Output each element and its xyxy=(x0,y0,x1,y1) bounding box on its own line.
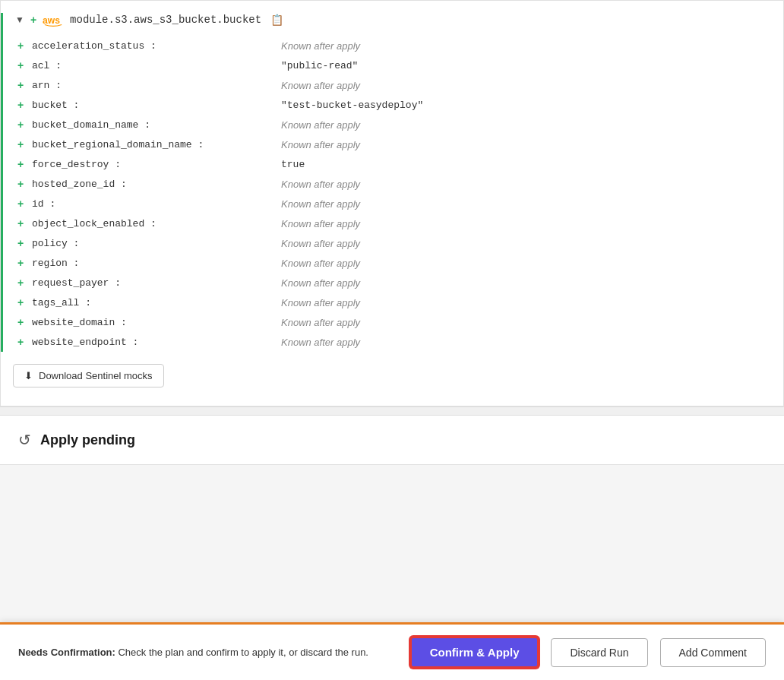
add-icon: + xyxy=(15,237,26,249)
bottom-spacer xyxy=(0,465,784,526)
discard-run-button[interactable]: Discard Run xyxy=(551,638,647,667)
attr-key: id : xyxy=(32,198,275,210)
attr-value: Known after apply xyxy=(281,317,360,328)
attr-key: force_destroy : xyxy=(32,159,275,170)
attributes-table: +acceleration_status :Known after apply+… xyxy=(1,36,783,352)
attr-key: acl : xyxy=(32,60,275,71)
table-row: +force_destroy :true xyxy=(15,154,771,174)
section-separator xyxy=(0,406,784,416)
add-icon: + xyxy=(15,59,26,71)
attr-value: Known after apply xyxy=(281,40,360,52)
needs-confirmation-bar: Needs Confirmation: Check the plan and c… xyxy=(0,622,784,680)
attr-key: bucket_regional_domain_name : xyxy=(32,139,275,150)
attr-key: arn : xyxy=(32,80,275,91)
attr-value: Known after apply xyxy=(281,139,360,150)
attr-key: tags_all : xyxy=(32,297,275,308)
needs-confirmation-label: Needs Confirmation: xyxy=(18,647,115,658)
add-icon: + xyxy=(15,138,26,150)
add-icon: + xyxy=(15,316,26,328)
add-icon: + xyxy=(15,158,26,170)
add-icon: + xyxy=(15,296,26,308)
attr-value: Known after apply xyxy=(281,198,360,210)
attr-value: Known after apply xyxy=(281,179,360,190)
add-icon: + xyxy=(15,217,26,229)
attr-key: region : xyxy=(32,258,275,269)
add-icon: + xyxy=(15,198,26,210)
attr-key: policy : xyxy=(32,238,275,249)
table-row: +request_payer :Known after apply xyxy=(15,273,771,293)
download-btn-label: Download Sentinel mocks xyxy=(39,370,153,381)
attr-value: "public-read" xyxy=(281,60,358,71)
table-row: +object_lock_enabled :Known after apply xyxy=(15,213,771,233)
add-icon: + xyxy=(15,79,26,91)
apply-pending-title: Apply pending xyxy=(40,432,135,448)
table-row: +bucket_regional_domain_name :Known afte… xyxy=(15,134,771,154)
add-icon: + xyxy=(15,178,26,190)
add-icon: + xyxy=(15,99,26,111)
svg-text:aws: aws xyxy=(43,15,60,26)
table-row: +acl :"public-read" xyxy=(15,55,771,75)
confirm-apply-button[interactable]: Confirm & Apply xyxy=(410,637,539,668)
attr-value: Known after apply xyxy=(281,337,360,348)
aws-icon: aws xyxy=(43,13,64,27)
attr-key: request_payer : xyxy=(32,277,275,289)
table-row: +arn :Known after apply xyxy=(15,75,771,95)
table-row: +policy :Known after apply xyxy=(15,233,771,253)
needs-confirmation-description: Check the plan and confirm to apply it, … xyxy=(118,647,368,658)
add-icon: + xyxy=(15,257,26,269)
attr-value: Known after apply xyxy=(281,119,360,131)
attr-value: Known after apply xyxy=(281,297,360,308)
table-row: +website_domain :Known after apply xyxy=(15,312,771,332)
attr-key: hosted_zone_id : xyxy=(32,179,275,190)
attr-key: acceleration_status : xyxy=(32,40,275,52)
table-row: +bucket_domain_name :Known after apply xyxy=(15,115,771,134)
table-row: +id :Known after apply xyxy=(15,194,771,213)
table-row: +bucket :"test-bucket-easydeploy" xyxy=(15,95,771,115)
add-icon: + xyxy=(15,119,26,131)
attr-value: Known after apply xyxy=(281,258,360,269)
attr-key: website_endpoint : xyxy=(32,337,275,348)
attr-value: "test-bucket-easydeploy" xyxy=(281,100,423,111)
add-icon: + xyxy=(15,40,26,52)
add-icon: + xyxy=(15,336,26,348)
attr-key: website_domain : xyxy=(32,317,275,328)
needs-confirmation-text: Needs Confirmation: Check the plan and c… xyxy=(18,647,398,658)
attr-value: true xyxy=(281,159,305,170)
chevron-down-icon[interactable]: ▼ xyxy=(15,14,24,25)
apply-pending-section: ↺ Apply pending xyxy=(0,416,784,465)
attr-value: Known after apply xyxy=(281,238,360,249)
add-icon: + xyxy=(30,14,36,26)
download-sentinel-mocks-button[interactable]: ⬇ Download Sentinel mocks xyxy=(13,364,164,387)
table-row: +hosted_zone_id :Known after apply xyxy=(15,174,771,194)
resource-header: ▼ + aws module.s3.aws_s3_bucket.bucket 📋 xyxy=(1,13,783,36)
table-row: +website_endpoint :Known after apply xyxy=(15,332,771,352)
attr-key: object_lock_enabled : xyxy=(32,218,275,229)
attr-key: bucket : xyxy=(32,100,275,111)
attr-value: Known after apply xyxy=(281,218,360,229)
table-row: +region :Known after apply xyxy=(15,253,771,273)
add-icon: + xyxy=(15,277,26,289)
table-row: +acceleration_status :Known after apply xyxy=(15,36,771,55)
attr-value: Known after apply xyxy=(281,277,360,289)
table-row: +tags_all :Known after apply xyxy=(15,293,771,312)
copy-icon[interactable]: 📋 xyxy=(270,14,283,26)
resource-name: module.s3.aws_s3_bucket.bucket xyxy=(70,14,261,26)
download-icon: ⬇ xyxy=(24,370,33,381)
attr-value: Known after apply xyxy=(281,80,360,91)
download-section: ⬇ Download Sentinel mocks xyxy=(1,352,783,394)
attr-key: bucket_domain_name : xyxy=(32,119,275,131)
resource-section: ▼ + aws module.s3.aws_s3_bucket.bucket 📋… xyxy=(0,0,784,406)
clock-icon: ↺ xyxy=(18,431,31,449)
add-comment-button[interactable]: Add Comment xyxy=(660,638,766,667)
